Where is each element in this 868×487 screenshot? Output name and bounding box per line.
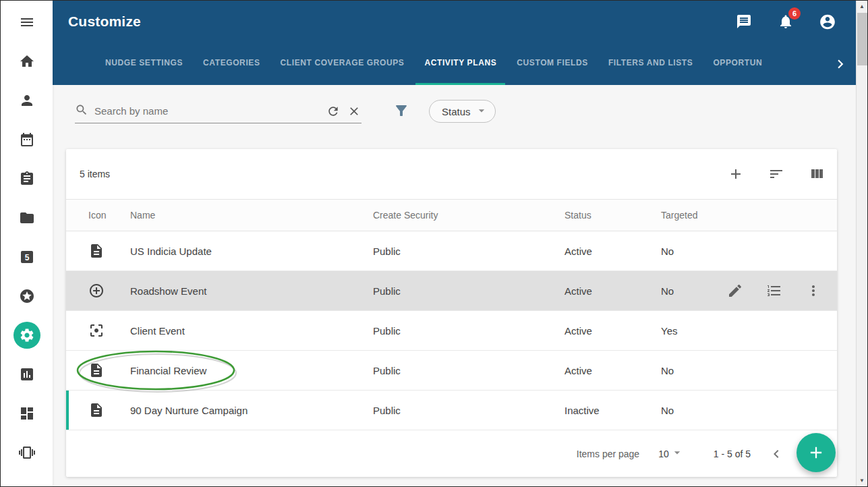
row-status: Active — [565, 365, 661, 376]
document-icon — [88, 243, 130, 259]
edit-pencil-icon[interactable] — [727, 283, 743, 299]
search-icon — [75, 103, 88, 119]
chevron-down-icon — [670, 446, 684, 461]
row-targeted: No — [661, 246, 716, 257]
row-actions — [716, 283, 837, 299]
scrollbar-thumb[interactable] — [857, 13, 867, 65]
more-options-icon[interactable] — [805, 283, 821, 299]
calendar-icon[interactable] — [19, 132, 35, 148]
gear-icon[interactable] — [19, 327, 35, 343]
bar-chart-icon[interactable] — [19, 366, 35, 382]
tab-filters-and-lists[interactable]: FILTERS AND LISTS — [600, 42, 702, 85]
number-five-icon[interactable]: 5 — [19, 249, 35, 265]
page-title: Customize — [68, 13, 141, 30]
document-icon — [88, 402, 130, 418]
tasks-icon[interactable] — [19, 171, 35, 187]
status-filter-dropdown[interactable]: Status — [429, 100, 496, 123]
scroll-up-icon[interactable]: ▲ — [857, 1, 867, 12]
clear-search-icon[interactable] — [347, 104, 361, 119]
document-icon — [88, 362, 130, 378]
notification-badge: 6 — [788, 7, 801, 20]
header-actions: 6 — [735, 13, 836, 30]
row-targeted: No — [661, 285, 716, 297]
refresh-icon[interactable] — [326, 104, 341, 119]
pagination-bar: Items per page 10 1 - 5 of 5 — [66, 430, 837, 477]
tab-activity-plans[interactable]: ACTIVITY PLANS — [415, 42, 505, 85]
notifications-bell-icon[interactable]: 6 — [777, 13, 794, 30]
table-header-row: Icon Name Create Security Status Targete… — [66, 199, 837, 231]
svg-text:5: 5 — [24, 253, 29, 262]
tab-custom-fields[interactable]: CUSTOM FIELDS — [508, 42, 597, 85]
star-circle-icon[interactable] — [19, 288, 35, 304]
row-name: Roadshow Event — [130, 285, 373, 297]
row-create-security: Public — [373, 246, 565, 257]
search-input[interactable] — [94, 105, 320, 117]
columns-icon[interactable] — [809, 166, 825, 182]
activity-plans-card: 5 items Icon Name Create Security Status… — [66, 149, 837, 477]
table-body: US Indicia Update Public Active No Roads… — [66, 231, 837, 430]
page-range-label: 1 - 5 of 5 — [714, 449, 751, 459]
table-row[interactable]: Client Event Public Active Yes — [66, 311, 837, 351]
tabs-scroll-right-icon[interactable] — [832, 55, 849, 73]
table-row[interactable]: US Indicia Update Public Active No — [66, 231, 837, 271]
column-header-targeted: Targeted — [661, 210, 716, 221]
header: Customize 6 NUDGE SETTINGS CATEGORIES CL… — [53, 1, 857, 85]
dashboard-icon[interactable] — [19, 405, 35, 422]
row-name: US Indicia Update — [130, 246, 373, 257]
status-filter-label: Status — [442, 106, 471, 117]
toolbar-actions — [728, 166, 825, 182]
column-header-status: Status — [565, 210, 661, 221]
search-field — [75, 99, 361, 123]
row-status: Active — [565, 285, 661, 297]
contacts-icon[interactable] — [19, 92, 35, 109]
row-create-security: Public — [373, 405, 565, 416]
header-top: Customize 6 — [53, 1, 857, 42]
tab-nudge-settings[interactable]: NUDGE SETTINGS — [96, 42, 192, 85]
add-activity-plan-fab[interactable] — [797, 433, 836, 472]
chat-icon[interactable] — [735, 13, 753, 30]
items-count: 5 items — [80, 169, 110, 179]
table-row[interactable]: Financial Review Public Active No — [66, 351, 837, 391]
row-name: 90 Day Nurture Campaign — [130, 405, 373, 416]
column-header-create-security: Create Security — [373, 210, 565, 221]
column-header-icon: Icon — [88, 210, 130, 221]
row-create-security: Public — [373, 325, 565, 337]
folder-icon[interactable] — [19, 210, 35, 226]
row-targeted: No — [661, 405, 716, 416]
table-row[interactable]: 90 Day Nurture Campaign Public Inactive … — [66, 391, 837, 430]
row-status: Active — [565, 246, 661, 257]
card-toolbar: 5 items — [66, 149, 837, 199]
tab-categories[interactable]: CATEGORIES — [194, 42, 268, 85]
row-name: Financial Review — [130, 365, 373, 376]
table-row[interactable]: Roadshow Event Public Active No — [66, 271, 837, 311]
items-per-page-dropdown[interactable]: 10 — [658, 446, 684, 461]
center-focus-icon — [88, 322, 130, 339]
filter-funnel-icon[interactable] — [393, 103, 410, 120]
numbered-list-icon[interactable] — [766, 283, 782, 299]
row-targeted: No — [661, 365, 716, 376]
vertical-scrollbar[interactable]: ▲ ▼ — [856, 1, 867, 486]
tab-client-coverage-groups[interactable]: CLIENT COVERAGE GROUPS — [272, 42, 413, 85]
previous-page-icon[interactable] — [768, 446, 784, 462]
home-icon[interactable] — [19, 53, 35, 69]
vibration-icon[interactable] — [19, 445, 35, 461]
tab-opportunities[interactable]: OPPORTUN — [704, 42, 771, 85]
items-per-page-label: Items per page — [577, 449, 639, 459]
scroll-down-icon[interactable]: ▼ — [857, 475, 867, 486]
row-status: Active — [565, 325, 661, 337]
row-create-security: Public — [373, 285, 565, 297]
sidebar: 5 — [1, 1, 53, 486]
items-per-page-value: 10 — [658, 449, 669, 459]
partial-icon[interactable] — [19, 484, 35, 487]
menu-icon[interactable] — [19, 14, 35, 30]
column-header-name: Name — [130, 210, 373, 221]
tab-bar: NUDGE SETTINGS CATEGORIES CLIENT COVERAG… — [53, 42, 857, 85]
row-create-security: Public — [373, 365, 565, 376]
row-status: Inactive — [565, 405, 661, 416]
chevron-down-icon — [475, 104, 488, 119]
sort-icon[interactable] — [768, 166, 784, 182]
avatar[interactable] — [819, 13, 836, 30]
add-item-icon[interactable] — [728, 166, 744, 182]
row-targeted: Yes — [661, 325, 716, 337]
app-window: 5 Customize 6 NUDGE SETTINGS CATEGORIES … — [0, 0, 868, 487]
